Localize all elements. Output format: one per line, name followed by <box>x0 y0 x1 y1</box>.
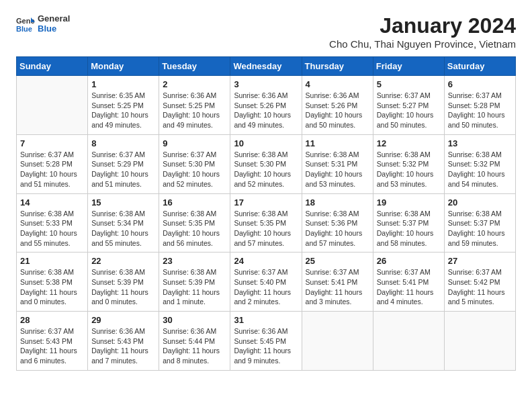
day-info: Sunrise: 6:36 AMSunset: 5:43 PMDaylight:… <box>91 326 155 366</box>
day-info: Sunrise: 6:38 AMSunset: 5:35 PMDaylight:… <box>163 209 226 248</box>
calendar-day-cell <box>444 312 515 371</box>
day-info: Sunrise: 6:37 AMSunset: 5:42 PMDaylight:… <box>448 267 512 307</box>
day-number: 3 <box>234 79 298 89</box>
calendar-day-cell: 3Sunrise: 6:36 AMSunset: 5:26 PMDaylight… <box>230 76 302 135</box>
day-number: 10 <box>234 138 298 148</box>
day-number: 27 <box>448 256 512 266</box>
day-info: Sunrise: 6:37 AMSunset: 5:28 PMDaylight:… <box>448 91 512 130</box>
weekday-header-row: SundayMondayTuesdayWednesdayThursdayFrid… <box>17 57 516 76</box>
month-year-title: January 2024 <box>329 13 516 38</box>
weekday-header-cell: Wednesday <box>230 57 302 76</box>
calendar-day-cell <box>17 76 88 135</box>
calendar-day-cell: 7Sunrise: 6:37 AMSunset: 5:28 PMDaylight… <box>17 134 88 193</box>
day-info: Sunrise: 6:38 AMSunset: 5:37 PMDaylight:… <box>377 209 441 248</box>
day-info: Sunrise: 6:38 AMSunset: 5:30 PMDaylight:… <box>234 150 298 189</box>
day-number: 16 <box>163 197 226 208</box>
day-info: Sunrise: 6:36 AMSunset: 5:26 PMDaylight:… <box>234 91 298 130</box>
calendar-day-cell: 8Sunrise: 6:37 AMSunset: 5:29 PMDaylight… <box>88 134 159 193</box>
day-number: 7 <box>20 138 84 148</box>
calendar-day-cell: 14Sunrise: 6:38 AMSunset: 5:33 PMDayligh… <box>17 193 88 253</box>
day-number: 14 <box>20 197 84 208</box>
title-area: January 2024 Cho Chu, Thai Nguyen Provin… <box>329 13 516 50</box>
day-number: 2 <box>163 79 226 89</box>
svg-text:Blue: Blue <box>16 25 32 33</box>
day-number: 11 <box>306 138 369 148</box>
day-number: 28 <box>20 315 84 325</box>
day-info: Sunrise: 6:38 AMSunset: 5:39 PMDaylight:… <box>163 267 226 307</box>
day-info: Sunrise: 6:38 AMSunset: 5:37 PMDaylight:… <box>448 209 512 248</box>
calendar-day-cell: 15Sunrise: 6:38 AMSunset: 5:34 PMDayligh… <box>88 193 159 253</box>
calendar-table: SundayMondayTuesdayWednesdayThursdayFrid… <box>16 56 516 371</box>
calendar-body: 1Sunrise: 6:35 AMSunset: 5:25 PMDaylight… <box>17 76 516 371</box>
day-number: 19 <box>377 197 441 208</box>
calendar-day-cell: 12Sunrise: 6:38 AMSunset: 5:32 PMDayligh… <box>373 134 444 193</box>
day-info: Sunrise: 6:37 AMSunset: 5:30 PMDaylight:… <box>163 150 226 189</box>
calendar-day-cell: 16Sunrise: 6:38 AMSunset: 5:35 PMDayligh… <box>159 193 230 253</box>
location-subtitle: Cho Chu, Thai Nguyen Province, Vietnam <box>329 38 516 50</box>
day-info: Sunrise: 6:38 AMSunset: 5:39 PMDaylight:… <box>91 267 155 307</box>
calendar-day-cell: 30Sunrise: 6:36 AMSunset: 5:44 PMDayligh… <box>159 312 230 371</box>
day-number: 5 <box>377 79 441 89</box>
calendar-week-row: 1Sunrise: 6:35 AMSunset: 5:25 PMDaylight… <box>17 76 516 135</box>
weekday-header-cell: Tuesday <box>159 57 230 76</box>
calendar-day-cell <box>302 312 373 371</box>
day-info: Sunrise: 6:36 AMSunset: 5:25 PMDaylight:… <box>163 91 226 130</box>
day-number: 20 <box>448 197 512 208</box>
day-info: Sunrise: 6:38 AMSunset: 5:32 PMDaylight:… <box>377 150 441 189</box>
day-number: 4 <box>306 79 369 89</box>
weekday-header-cell: Monday <box>88 57 159 76</box>
calendar-day-cell: 21Sunrise: 6:38 AMSunset: 5:38 PMDayligh… <box>17 253 88 312</box>
logo-general-text: General <box>38 13 70 24</box>
calendar-day-cell <box>373 312 444 371</box>
calendar-day-cell: 20Sunrise: 6:38 AMSunset: 5:37 PMDayligh… <box>444 193 515 253</box>
calendar-day-cell: 27Sunrise: 6:37 AMSunset: 5:42 PMDayligh… <box>444 253 515 312</box>
day-number: 6 <box>448 79 512 89</box>
day-number: 8 <box>91 138 155 148</box>
day-number: 15 <box>91 197 155 208</box>
calendar-day-cell: 25Sunrise: 6:37 AMSunset: 5:41 PMDayligh… <box>302 253 373 312</box>
calendar-day-cell: 2Sunrise: 6:36 AMSunset: 5:25 PMDaylight… <box>159 76 230 135</box>
day-number: 29 <box>91 315 155 325</box>
day-info: Sunrise: 6:37 AMSunset: 5:41 PMDaylight:… <box>306 267 369 307</box>
day-info: Sunrise: 6:38 AMSunset: 5:36 PMDaylight:… <box>306 209 369 248</box>
calendar-day-cell: 10Sunrise: 6:38 AMSunset: 5:30 PMDayligh… <box>230 134 302 193</box>
calendar-day-cell: 29Sunrise: 6:36 AMSunset: 5:43 PMDayligh… <box>88 312 159 371</box>
day-number: 31 <box>234 315 298 325</box>
logo: General Blue General Blue <box>16 13 70 34</box>
weekday-header-cell: Sunday <box>17 57 88 76</box>
calendar-day-cell: 28Sunrise: 6:37 AMSunset: 5:43 PMDayligh… <box>17 312 88 371</box>
calendar-day-cell: 1Sunrise: 6:35 AMSunset: 5:25 PMDaylight… <box>88 76 159 135</box>
day-info: Sunrise: 6:36 AMSunset: 5:45 PMDaylight:… <box>234 326 298 366</box>
day-number: 24 <box>234 256 298 266</box>
day-number: 23 <box>163 256 226 266</box>
calendar-week-row: 21Sunrise: 6:38 AMSunset: 5:38 PMDayligh… <box>17 253 516 312</box>
day-number: 25 <box>306 256 369 266</box>
calendar-day-cell: 5Sunrise: 6:37 AMSunset: 5:27 PMDaylight… <box>373 76 444 135</box>
day-info: Sunrise: 6:36 AMSunset: 5:44 PMDaylight:… <box>163 326 226 366</box>
day-number: 9 <box>163 138 226 148</box>
calendar-week-row: 7Sunrise: 6:37 AMSunset: 5:28 PMDaylight… <box>17 134 516 193</box>
day-number: 21 <box>20 256 84 266</box>
calendar-day-cell: 9Sunrise: 6:37 AMSunset: 5:30 PMDaylight… <box>159 134 230 193</box>
day-info: Sunrise: 6:37 AMSunset: 5:40 PMDaylight:… <box>234 267 298 307</box>
calendar-day-cell: 18Sunrise: 6:38 AMSunset: 5:36 PMDayligh… <box>302 193 373 253</box>
day-info: Sunrise: 6:38 AMSunset: 5:38 PMDaylight:… <box>20 267 84 307</box>
day-info: Sunrise: 6:38 AMSunset: 5:34 PMDaylight:… <box>91 209 155 248</box>
calendar-day-cell: 22Sunrise: 6:38 AMSunset: 5:39 PMDayligh… <box>88 253 159 312</box>
calendar-day-cell: 23Sunrise: 6:38 AMSunset: 5:39 PMDayligh… <box>159 253 230 312</box>
day-info: Sunrise: 6:37 AMSunset: 5:43 PMDaylight:… <box>20 326 84 366</box>
calendar-week-row: 28Sunrise: 6:37 AMSunset: 5:43 PMDayligh… <box>17 312 516 371</box>
day-number: 13 <box>448 138 512 148</box>
calendar-day-cell: 17Sunrise: 6:38 AMSunset: 5:35 PMDayligh… <box>230 193 302 253</box>
day-info: Sunrise: 6:38 AMSunset: 5:32 PMDaylight:… <box>448 150 512 189</box>
calendar-day-cell: 6Sunrise: 6:37 AMSunset: 5:28 PMDaylight… <box>444 76 515 135</box>
day-number: 22 <box>91 256 155 266</box>
day-info: Sunrise: 6:38 AMSunset: 5:35 PMDaylight:… <box>234 209 298 248</box>
weekday-header-cell: Friday <box>373 57 444 76</box>
day-info: Sunrise: 6:37 AMSunset: 5:27 PMDaylight:… <box>377 91 441 130</box>
calendar-day-cell: 24Sunrise: 6:37 AMSunset: 5:40 PMDayligh… <box>230 253 302 312</box>
day-info: Sunrise: 6:38 AMSunset: 5:31 PMDaylight:… <box>306 150 369 189</box>
calendar-day-cell: 11Sunrise: 6:38 AMSunset: 5:31 PMDayligh… <box>302 134 373 193</box>
day-number: 12 <box>377 138 441 148</box>
calendar-day-cell: 31Sunrise: 6:36 AMSunset: 5:45 PMDayligh… <box>230 312 302 371</box>
